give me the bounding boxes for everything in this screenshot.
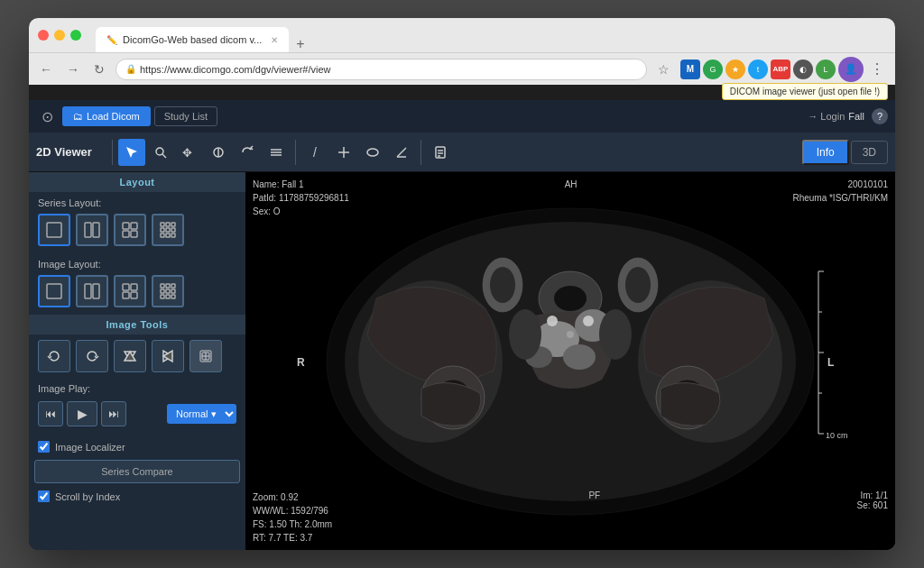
series-layout-1x1[interactable]	[38, 214, 70, 246]
rotate-tool-button[interactable]	[234, 139, 261, 166]
svg-rect-41	[166, 284, 170, 288]
image-play-label: Image Play:	[29, 378, 245, 396]
viewer-meta-top: Name: Fall 1 PatId: 11788759296811 Sex: …	[253, 178, 888, 218]
svg-rect-18	[85, 223, 91, 237]
address-bar[interactable]: 🔒 https://www.dicomgo.com/dgv/viewer#/vi…	[116, 59, 647, 80]
new-tab-button[interactable]: +	[292, 36, 308, 52]
ellipse-tool-button[interactable]	[359, 139, 386, 166]
app-toolbar: 2D Viewer ✥	[29, 133, 895, 172]
load-dicom-button[interactable]: 🗂 Load Dicom	[62, 106, 151, 126]
wwwl-tool-button[interactable]	[205, 139, 232, 166]
report-tool-button[interactable]	[427, 139, 454, 166]
select-tool-button[interactable]	[118, 139, 145, 166]
back-button[interactable]: ←	[36, 60, 56, 78]
ext-icon-1[interactable]: M	[680, 60, 700, 79]
svg-rect-43	[161, 289, 164, 293]
home-button[interactable]: ⊙	[36, 105, 59, 129]
svg-rect-40	[161, 284, 164, 288]
close-button[interactable]	[38, 30, 49, 41]
app-main: Layout Series Layout: Im	[29, 172, 895, 550]
ext-icon-7[interactable]: L	[816, 60, 836, 79]
length-tool-button[interactable]: /	[301, 139, 328, 166]
svg-rect-20	[123, 223, 129, 229]
play-first-button[interactable]: ⏮	[38, 401, 63, 426]
panel-title: 2D Viewer	[36, 145, 99, 159]
scroll-by-index-checkbox[interactable]	[38, 490, 50, 502]
rt-label: RT: 7.7 TE: 3.7	[253, 531, 332, 545]
reload-button[interactable]: ↻	[90, 60, 108, 78]
se-label: Se: 601	[857, 500, 888, 510]
zoom-label: Zoom: 0.92	[253, 490, 332, 504]
info-tab-button[interactable]: Info	[802, 140, 849, 165]
meta-right: 20010101 Rheuma *ISG/THRI/KM	[792, 178, 888, 218]
image-layout-1x1[interactable]	[38, 275, 70, 307]
scroll-tool-button[interactable]	[263, 139, 290, 166]
flip-vertical-button[interactable]	[114, 340, 146, 372]
angle-tool-button[interactable]	[388, 139, 415, 166]
series-layout-1x2[interactable]	[76, 214, 108, 246]
cross-tool-button[interactable]	[330, 139, 357, 166]
flip-horizontal-button[interactable]	[152, 340, 184, 372]
url-text: https://www.dicomgo.com/dgv/viewer#/view	[140, 64, 331, 75]
series-layout-2x2[interactable]	[114, 214, 146, 246]
ext-icon-3[interactable]: ★	[725, 60, 745, 79]
ext-icon-5[interactable]: ABP	[771, 60, 790, 79]
tab-favicon: ✏️	[106, 35, 117, 45]
3d-tab-button[interactable]: 3D	[851, 141, 888, 164]
image-layout-grid	[29, 271, 245, 315]
image-localizer-checkbox[interactable]	[38, 441, 50, 453]
browser-titlebar: ✏️ DicomGo-Web based dicom v... ✕ +	[29, 18, 895, 52]
svg-point-0	[156, 148, 163, 155]
center-label: AH	[565, 178, 578, 191]
active-tab[interactable]: ✏️ DicomGo-Web based dicom v... ✕	[96, 27, 289, 52]
maximize-button[interactable]	[70, 30, 81, 41]
ext-icon-2[interactable]: G	[703, 60, 723, 79]
bookmark-button[interactable]: ☆	[654, 60, 673, 78]
series-layout-3x3[interactable]	[152, 214, 184, 246]
help-button[interactable]: ?	[872, 108, 888, 124]
svg-rect-21	[131, 223, 137, 229]
login-label: Login	[820, 111, 845, 122]
forward-button[interactable]: →	[63, 60, 83, 78]
ext-icon-4[interactable]: t	[748, 60, 768, 79]
browser-menu-button[interactable]: ⋮	[866, 59, 888, 79]
svg-rect-30	[161, 234, 164, 237]
svg-rect-37	[131, 284, 137, 290]
image-layout-2x2[interactable]	[114, 275, 146, 307]
image-layout-1x2[interactable]	[76, 275, 108, 307]
study-list-label: Study List	[164, 111, 208, 122]
play-button[interactable]: ▶	[67, 401, 97, 426]
study-list-button[interactable]: Study List	[154, 106, 217, 126]
login-button[interactable]: → Login	[808, 111, 845, 122]
minimize-button[interactable]	[54, 30, 65, 41]
image-play-section: ⏮ ▶ ⏭ Normal ▾ Fast Slow	[29, 396, 245, 437]
ref-label: Rheuma *ISG/THRI/KM	[792, 191, 888, 205]
svg-point-79	[509, 309, 541, 360]
svg-point-75	[625, 267, 651, 303]
pan-tool-button[interactable]: ✥	[176, 139, 203, 166]
zoom-tool-button[interactable]	[147, 139, 174, 166]
login-icon: →	[808, 111, 818, 122]
lock-icon: 🔒	[125, 64, 136, 74]
rotate-cw-button[interactable]	[76, 340, 108, 372]
load-dicom-icon: 🗂	[73, 111, 83, 122]
patient-name-label: Name: Fall 1	[253, 178, 349, 191]
series-layout-label: Series Layout:	[29, 192, 245, 210]
user-profile-button[interactable]: 👤	[838, 57, 864, 82]
tab-close-button[interactable]: ✕	[271, 35, 278, 45]
overlay-tool-button[interactable]	[189, 340, 222, 372]
svg-rect-25	[166, 223, 170, 226]
ext-icon-6[interactable]: ◐	[793, 60, 813, 79]
tooltip-text: DICOM image viewer (just open file !)	[730, 87, 880, 96]
app-container: ⊙ 🗂 Load Dicom Study List → Login Fall ?…	[29, 100, 895, 550]
play-last-button[interactable]: ⏭	[101, 401, 126, 426]
speed-select[interactable]: Normal ▾ Fast Slow	[167, 404, 236, 424]
svg-rect-38	[123, 292, 129, 298]
svg-rect-44	[166, 289, 170, 293]
image-layout-3x3[interactable]	[152, 275, 184, 307]
series-compare-button[interactable]: Series Compare	[34, 460, 240, 483]
wwwl-label: WW/WL: 1592/796	[253, 504, 332, 518]
svg-rect-34	[85, 284, 91, 298]
mri-visualization: 10 cm R L	[286, 181, 855, 542]
rotate-ccw-button[interactable]	[38, 340, 70, 372]
